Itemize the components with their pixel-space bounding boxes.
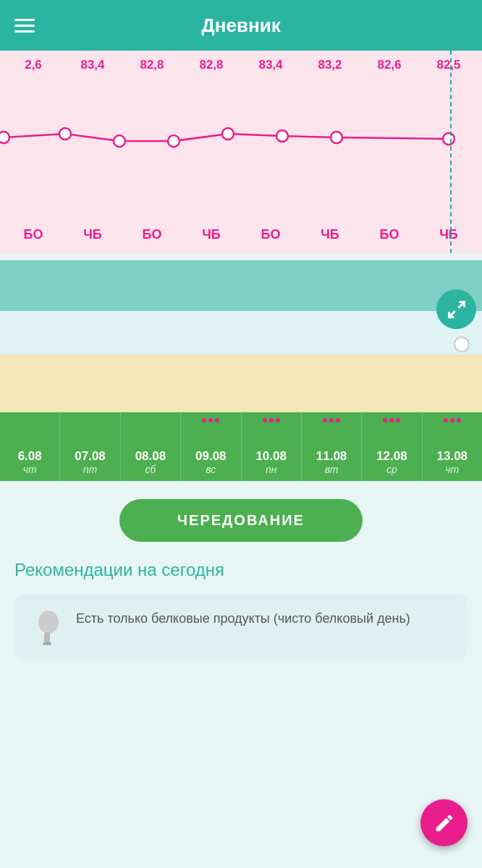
calendar-cell-1[interactable]: 07.08 пт	[60, 412, 120, 481]
calendar-day-4: пн	[266, 464, 277, 475]
calendar-cell-7[interactable]: 13.08 чт	[423, 412, 482, 481]
day-type-4: БО	[244, 227, 298, 242]
calendar-date-5: 11.08	[316, 449, 347, 464]
calendar-day-7: чт	[445, 464, 459, 475]
weight-line-chart	[0, 51, 482, 253]
calendar-cell-4[interactable]: 10.08 пн	[242, 412, 302, 481]
edit-icon	[434, 812, 455, 834]
alternation-section: ЧЕРЕДОВАНИЕ	[0, 481, 482, 560]
expand-button[interactable]	[436, 289, 476, 329]
calendar-cell-0[interactable]: 6.08 чт	[0, 412, 60, 481]
middle-section	[0, 260, 482, 354]
calendar-date-4: 10.08	[255, 449, 287, 464]
day-types-row: БО ЧБ БО ЧБ БО ЧБ БО ЧБ	[0, 227, 482, 242]
calendar-dots-5	[323, 418, 340, 422]
calendar-date-0: 6.08	[18, 449, 42, 464]
calendar-cell-3[interactable]: 09.08 вс	[181, 412, 241, 481]
fab-edit-button[interactable]	[420, 799, 468, 846]
protein-icon	[29, 609, 65, 645]
day-type-2: БО	[125, 227, 179, 242]
dashed-line	[450, 51, 452, 253]
day-type-0: БО	[7, 227, 61, 242]
svg-point-3	[168, 135, 179, 147]
recommendation-text-0: Есть только белковые продукты (чисто бел…	[76, 609, 410, 629]
calendar-day-1: пт	[83, 464, 97, 475]
svg-point-4	[222, 128, 234, 140]
calendar-date-1: 07.08	[75, 449, 106, 464]
calendar-day-6: ср	[386, 464, 397, 475]
calendar-dots-6	[383, 418, 400, 422]
calendar-day-3: вс	[206, 464, 216, 475]
calendar-day-2: сб	[145, 464, 156, 475]
calendar-day-0: чт	[23, 464, 37, 475]
svg-point-10	[38, 610, 59, 634]
calendar-date-7: 13.08	[437, 449, 468, 464]
calendar-cell-6[interactable]: 12.08 ср	[362, 412, 422, 481]
day-type-3: ЧБ	[185, 227, 239, 242]
app-header: Дневник	[0, 0, 482, 51]
scroll-indicator	[454, 336, 470, 352]
day-type-1: ЧБ	[66, 227, 120, 242]
calendar-dots-3	[202, 418, 219, 422]
svg-point-2	[114, 135, 125, 147]
teal-band	[0, 260, 482, 311]
yellow-section	[0, 354, 482, 412]
calendar-cell-5[interactable]: 11.08 вт	[302, 412, 362, 481]
svg-point-5	[276, 130, 288, 142]
calendar-day-5: вт	[325, 464, 339, 475]
calendar-row: 6.08 чт 07.08 пт 08.08 сб 09.08 вс	[0, 412, 482, 481]
menu-icon[interactable]	[14, 19, 35, 33]
calendar-date-3: 09.08	[195, 449, 227, 464]
recommendations-section: Рекомендации на сегодня Есть только белк…	[0, 560, 482, 660]
page-title: Дневник	[49, 14, 433, 37]
calendar-dots-7	[444, 418, 461, 422]
alternation-button[interactable]: ЧЕРЕДОВАНИЕ	[119, 499, 363, 542]
calendar-cell-2[interactable]: 08.08 сб	[121, 412, 181, 481]
day-type-6: БО	[363, 227, 417, 242]
svg-point-0	[0, 132, 9, 143]
day-type-5: ЧБ	[303, 227, 358, 242]
calendar-date-6: 12.08	[376, 449, 407, 464]
calendar-date-2: 08.08	[135, 449, 166, 464]
svg-point-1	[59, 128, 71, 140]
chart-container: 2,6 83,4 82,8 82,8 83,4 83,2 82,6 82,5 Б…	[0, 51, 482, 481]
calendar-dots-4	[263, 418, 280, 422]
recommendation-card-0: Есть только белковые продукты (чисто бел…	[14, 595, 468, 660]
recommendations-title: Рекомендации на сегодня	[14, 560, 468, 580]
expand-icon	[447, 299, 467, 320]
weight-chart[interactable]: 2,6 83,4 82,8 82,8 83,4 83,2 82,6 82,5 Б…	[0, 51, 482, 253]
svg-point-6	[331, 132, 342, 143]
svg-point-12	[43, 642, 51, 645]
day-type-7: ЧБ	[422, 227, 476, 242]
svg-point-7	[443, 133, 454, 145]
